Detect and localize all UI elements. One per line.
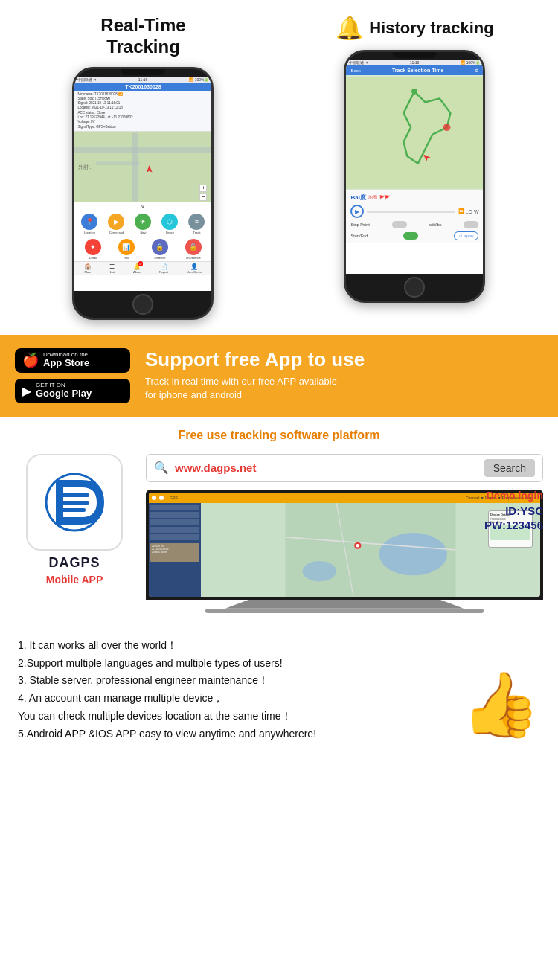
svg-rect-3 <box>97 161 140 165</box>
status-bar-left: 中国联通 ✦ 11:16 📶 100%🔋 <box>74 77 211 83</box>
nav-user-center[interactable]: 👤User Center <box>187 263 203 274</box>
monitor-sidebar: ▪ Device info ▪ TK2001630028 ▪ Status: A… <box>149 503 201 597</box>
map-area-left: 外村... + − <box>74 132 211 202</box>
playbar: ▶ ⏩ LO W <box>350 205 478 218</box>
history-tracking-block: 🔔 History tracking 中国联通 ✦ 11:16 📶 100%🔋 … <box>284 15 545 303</box>
monitor-toolbar: GRS Channel ▼ Report ▼ Properties ▼ Help… <box>149 493 540 503</box>
google-play-button[interactable]: ▶ GET IT ON Google Play <box>15 379 130 403</box>
demo-login-block: Demo login ID:YSC PW:123456 <box>484 490 543 531</box>
app-store-button[interactable]: 🍎 Download on the App Store <box>15 348 130 373</box>
monitor-display: GRS Channel ▼ Report ▼ Properties ▼ Help… <box>149 493 540 597</box>
btn-location[interactable]: 📍 Location <box>81 214 97 234</box>
monitor-body: ▪ Device info ▪ TK2001630028 ▪ Status: A… <box>149 503 540 597</box>
apple-icon: 🍎 <box>22 352 39 368</box>
start-end-toggle[interactable] <box>403 232 418 240</box>
svg-point-9 <box>443 124 451 131</box>
track-top-bar: Back Track Selection Time ⚙ <box>346 65 483 75</box>
monitor-base <box>205 609 484 613</box>
feature-item-3: 3. Stable server, professional engineer … <box>18 672 454 690</box>
phone-left: 中国联通 ✦ 11:16 📶 100%🔋 TK2001630028 Nickna… <box>72 67 214 320</box>
google-play-large-text: Google Play <box>36 388 92 399</box>
app-logo-block: DAGPS Mobile APP <box>15 454 134 586</box>
map-svg: 外村... <box>74 132 211 202</box>
btn-defence[interactable]: 🔒 Defence <box>152 239 168 260</box>
dagps-svg-logo <box>37 465 112 539</box>
btn-track[interactable]: ≡ Track <box>188 214 205 234</box>
realtime-title: Real-Time Tracking <box>100 15 185 61</box>
nav-alarm[interactable]: 🔔47Alarm <box>133 263 141 274</box>
baidu-logo-row: Bai度 地图 🚩🚩 <box>350 193 478 202</box>
bell-icon: 🔔 <box>336 15 363 41</box>
feature-item-4: 4. An account can manage multiple device… <box>18 690 454 708</box>
toolbar-dot-1 <box>152 496 156 500</box>
stop-point-toggle[interactable] <box>392 221 407 228</box>
phone-notch-right <box>392 52 437 58</box>
svg-rect-1 <box>74 147 211 153</box>
platform-title: Free use tracking software platform <box>15 429 543 442</box>
features-text-block: 1. It can works all over the world！ 2.Su… <box>18 637 454 743</box>
realtime-title-line1: Real-Time <box>100 15 185 35</box>
banner-headline: Support free App to use <box>145 349 543 371</box>
monitor-wrapper: GRS Channel ▼ Report ▼ Properties ▼ Help… <box>146 490 543 613</box>
history-title-row: 🔔 History tracking <box>336 15 494 41</box>
btn-navi[interactable]: ✈ Navi <box>135 214 151 234</box>
sidebar-item-4 <box>150 527 199 533</box>
action-buttons-row1: 📍 Location ▶ Comm and ✈ Navi ⬡ Fence <box>74 211 211 236</box>
demo-id: ID:YSC <box>484 505 543 517</box>
store-buttons: 🍎 Download on the App Store ▶ GET IT ON … <box>15 348 130 403</box>
app-store-large-text: App Store <box>43 358 89 368</box>
google-play-icon: ▶ <box>22 384 31 398</box>
bottom-chevron: ∨ <box>74 202 211 211</box>
btn-undefence[interactable]: 🔓 unDefence <box>185 239 202 260</box>
replay-button[interactable]: ↺ replay <box>454 231 478 240</box>
platform-right: 🔍 www.dagps.net Search GRS Channel ▼ Rep… <box>146 454 543 613</box>
svg-rect-0 <box>74 132 211 201</box>
btn-command[interactable]: ▶ Comm and <box>108 214 124 234</box>
google-play-text: GET IT ON Google Play <box>36 382 92 400</box>
phone-screen-left: 中国联通 ✦ 11:16 📶 100%🔋 TK2001630028 Nickna… <box>74 77 211 291</box>
phone-notch-left <box>121 69 165 75</box>
toggle-row-2: Start/End ↺ replay <box>350 231 478 240</box>
stop-point-label: Stop Point <box>350 222 369 227</box>
wifi-lbs-toggle[interactable] <box>464 221 478 228</box>
realtime-title-line2: Tracking <box>106 36 180 57</box>
sidebar-item-5 <box>150 534 199 540</box>
search-icon: 🔍 <box>154 461 169 475</box>
back-btn[interactable]: Back <box>350 68 360 73</box>
phone-right: 中国联通 ✦ 11:16 📶 100%🔋 Back Track Selectio… <box>344 50 485 303</box>
app-logo-image <box>26 454 123 551</box>
search-button[interactable]: Search <box>484 459 535 477</box>
nav-main[interactable]: 🏠Main <box>84 263 92 274</box>
svg-text:外村...: 外村... <box>78 164 93 170</box>
btn-fence[interactable]: ⬡ Fence <box>161 214 178 234</box>
toolbar-label: GRS <box>167 496 463 500</box>
progress-bar[interactable] <box>367 211 455 213</box>
tracker-info-block: Nickname: TK2001630028 📶 State: Stop (15… <box>74 91 211 132</box>
phone-home-btn-right[interactable] <box>404 277 425 298</box>
feature-item-5: You can check multiple devices location … <box>18 708 454 726</box>
start-end-label: Start/End <box>350 234 368 238</box>
svg-point-16 <box>379 533 447 575</box>
status-bar-right: 中国联通 ✦ 11:16 📶 100%🔋 <box>346 60 483 65</box>
svg-point-7 <box>412 89 418 95</box>
platform-right-wrapper: GRS Channel ▼ Report ▼ Properties ▼ Help… <box>146 490 543 613</box>
action-buttons-row2: ✦ Detail 📊 Mil 🔒 Defence 🔓 unDefence <box>74 236 211 261</box>
svg-rect-13 <box>60 501 89 505</box>
realtime-tracking-block: Real-Time Tracking 中国联通 ✦ 11:16 📶 100%🔋 … <box>13 15 273 320</box>
platform-content: DAGPS Mobile APP 🔍 www.dagps.net Search <box>15 454 543 613</box>
nav-report[interactable]: 📄Report <box>159 263 168 274</box>
play-button[interactable]: ▶ <box>350 205 364 218</box>
phone-home-btn-left[interactable] <box>132 294 153 315</box>
platform-section: Free use tracking software platform DAGP… <box>0 417 558 625</box>
nav-bar-left: 🏠Main ☰List 🔔47Alarm 📄Report 👤User Cente… <box>74 261 211 275</box>
nav-list[interactable]: ☰List <box>109 263 115 274</box>
monitor-screen: GRS Channel ▼ Report ▼ Properties ▼ Help… <box>146 490 543 600</box>
sidebar-item-3 <box>150 519 199 525</box>
btn-detail[interactable]: ✦ Detail <box>85 239 101 260</box>
btn-mil[interactable]: 📊 Mil <box>118 239 135 260</box>
svg-point-17 <box>302 561 336 581</box>
toolbar-dot-2 <box>159 496 164 500</box>
tracker-id-bar: TK2001630028 <box>74 83 211 91</box>
mobile-app-label: Mobile APP <box>46 574 103 586</box>
track-map-area <box>346 75 483 190</box>
